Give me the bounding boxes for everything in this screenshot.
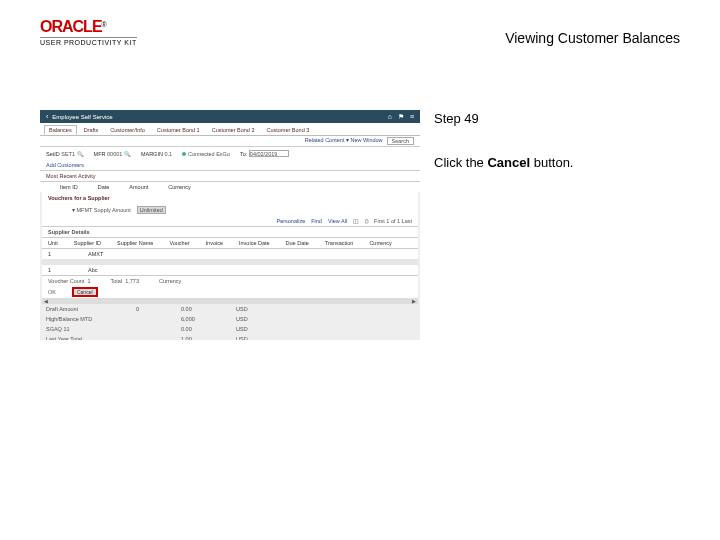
- pager-text: First 1 of 1 Last: [374, 218, 412, 224]
- col-due-date: Due Date: [286, 240, 309, 246]
- tab-balances[interactable]: Balances: [44, 125, 77, 135]
- voucher-count-label: Voucher Count: [48, 278, 84, 284]
- related-content-link[interactable]: Related Content ▾ New Window: [305, 137, 383, 145]
- table-row: 1 Abc: [42, 265, 418, 275]
- tab-bond-3[interactable]: Customer Bond 3: [261, 125, 314, 135]
- instruction-pre: Click the: [434, 155, 487, 170]
- instruction-bold: Cancel: [487, 155, 530, 170]
- flag-icon[interactable]: ⚑: [398, 113, 404, 121]
- setid-label: SetID: [46, 151, 60, 157]
- col-amount: Amount: [129, 184, 148, 190]
- total-value: 1,773: [125, 278, 139, 284]
- high-balance-label: High/Balance MTD: [46, 316, 106, 322]
- menu-icon[interactable]: ≡: [410, 113, 414, 121]
- date-label: To:: [240, 151, 247, 157]
- cell-supplier: AMXT: [88, 251, 112, 257]
- instruction-text: Click the Cancel button.: [434, 154, 684, 172]
- col-voucher: Voucher: [169, 240, 189, 246]
- col-supplier-id: Supplier ID: [74, 240, 101, 246]
- summary-row: Last Year Total 1.00 USD: [40, 334, 420, 340]
- step-label: Step 49: [434, 110, 684, 128]
- mfr-label: MFR: [94, 151, 106, 157]
- tab-drafts[interactable]: Drafts: [79, 125, 104, 135]
- draft-amount-a: 0: [136, 306, 151, 312]
- col-invoice-date: Invoice Date: [239, 240, 270, 246]
- last-year-a: [136, 336, 151, 340]
- draft-amount-label: Draft Amount: [46, 306, 106, 312]
- print-icon[interactable]: ⎙: [365, 218, 368, 224]
- tab-bar: Balances Drafts Customer/Info Customer B…: [40, 123, 420, 136]
- high-balance-b: 6,000: [181, 316, 206, 322]
- search-button[interactable]: Search: [387, 137, 414, 145]
- scroll-right-icon[interactable]: ▶: [412, 298, 416, 304]
- app-screenshot: ‹ Employee Self Service ⌂ ⚑ ≡ Balances D…: [40, 110, 420, 340]
- high-balance-c: USD: [236, 316, 248, 322]
- summary-row: Draft Amount 0 0.00 USD: [40, 304, 420, 314]
- ok-button[interactable]: OK: [48, 289, 56, 295]
- sgaq-b: 0.00: [181, 326, 206, 332]
- connected-label: Connected ExGo: [188, 151, 230, 157]
- col-invoice: Invoice: [206, 240, 223, 246]
- supply-amount-label: ▾ MFMT Supply Amount: [72, 207, 131, 213]
- grid-icon[interactable]: ◫: [353, 218, 359, 224]
- add-customers-link[interactable]: Add Customers: [46, 162, 84, 168]
- supplier-details-header: Supplier Details: [42, 227, 418, 238]
- tab-bond-2[interactable]: Customer Bond 2: [207, 125, 260, 135]
- section-header: Most Recent Activity: [46, 173, 96, 179]
- vouchers-title: Vouchers for a Supplier: [42, 192, 418, 204]
- app-titlebar: ‹ Employee Self Service ⌂ ⚑ ≡: [40, 110, 420, 123]
- cancel-button[interactable]: Cancel: [72, 287, 98, 297]
- cell-a: 1: [48, 267, 72, 273]
- view-all-link[interactable]: View All: [328, 218, 347, 224]
- instruction-panel: Step 49 Click the Cancel button.: [434, 110, 684, 172]
- tab-customer-info[interactable]: Customer/Info: [105, 125, 150, 135]
- col-currency-2: Currency: [369, 240, 391, 246]
- setid-value: SET1: [61, 151, 75, 157]
- high-balance-a: [136, 316, 151, 322]
- home-icon[interactable]: ⌂: [388, 113, 392, 121]
- app-title: Employee Self Service: [52, 114, 112, 120]
- page-title: Viewing Customer Balances: [505, 30, 680, 46]
- back-icon[interactable]: ‹: [46, 113, 48, 120]
- tab-bond-1[interactable]: Customer Bond 1: [152, 125, 205, 135]
- col-unit: Unit: [48, 240, 58, 246]
- personalize-link[interactable]: Personalize: [276, 218, 305, 224]
- currency-label: Currency: [159, 278, 181, 284]
- last-year-b: 1.00: [181, 336, 206, 340]
- col-currency: Currency: [168, 184, 190, 190]
- date-input[interactable]: 04/02/2019: [249, 150, 289, 157]
- col-transaction: Transaction: [325, 240, 354, 246]
- col-date: Date: [98, 184, 110, 190]
- last-year-c: USD: [236, 336, 248, 340]
- margin-label: MARGIN: [141, 151, 163, 157]
- oracle-logo: ORACLE® USER PRODUCTIVITY KIT: [40, 18, 137, 46]
- instruction-post: button.: [530, 155, 573, 170]
- voucher-count-value: 1: [87, 278, 90, 284]
- col-item-id: Item ID: [60, 184, 78, 190]
- col-supplier-name: Supplier Name: [117, 240, 153, 246]
- margin-value: 0.1: [164, 151, 172, 157]
- last-year-label: Last Year Total: [46, 336, 106, 340]
- find-link[interactable]: Find: [311, 218, 322, 224]
- supply-amount-input[interactable]: Unlimited: [137, 206, 166, 214]
- logo-text: ORACLE: [40, 18, 102, 35]
- total-label: Total: [111, 278, 123, 284]
- cell-unit: 1: [48, 251, 72, 257]
- scroll-left-icon[interactable]: ◀: [44, 298, 48, 304]
- summary-row: High/Balance MTD 6,000 USD: [40, 314, 420, 324]
- sgaq-label: SGAQ 11: [46, 326, 106, 332]
- logo-subtitle: USER PRODUCTIVITY KIT: [40, 37, 137, 46]
- draft-amount-b: 0.00: [181, 306, 206, 312]
- sgaq-a: [136, 326, 151, 332]
- draft-amount-c: USD: [236, 306, 248, 312]
- sgaq-c: USD: [236, 326, 248, 332]
- cell-b: Abc: [88, 267, 112, 273]
- logo-trademark: ®: [102, 21, 107, 28]
- summary-row: SGAQ 11 0.00 USD: [40, 324, 420, 334]
- status-dot-icon: [182, 152, 186, 156]
- mfr-value: 00001: [107, 151, 122, 157]
- table-row: 1 AMXT: [42, 249, 418, 259]
